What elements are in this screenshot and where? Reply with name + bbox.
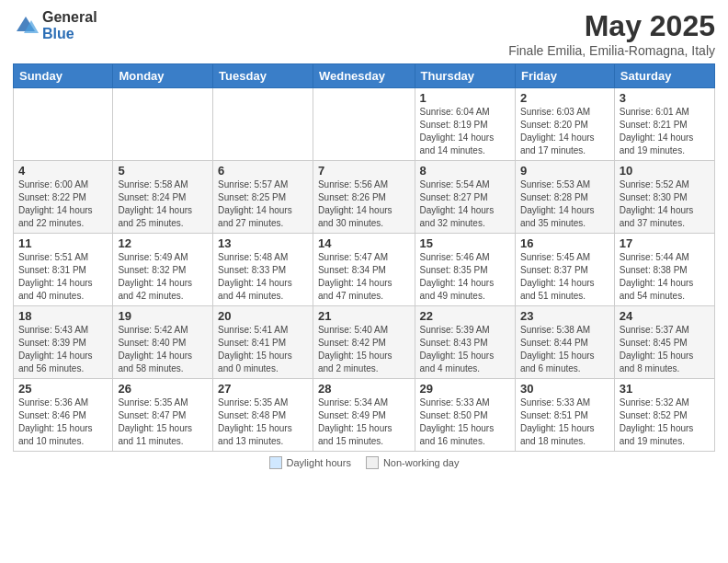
calendar-header-tuesday: Tuesday [213, 64, 313, 88]
calendar-cell: 7Sunrise: 5:56 AM Sunset: 8:26 PM Daylig… [313, 161, 415, 234]
calendar-header-row: SundayMondayTuesdayWednesdayThursdayFrid… [14, 64, 715, 88]
day-number: 13 [218, 236, 308, 250]
day-number: 29 [420, 382, 510, 396]
day-number: 6 [218, 164, 308, 178]
day-number: 20 [218, 309, 308, 323]
legend-daylight-label: Daylight hours [287, 457, 351, 468]
day-info: Sunrise: 5:36 AM Sunset: 8:46 PM Dayligh… [18, 396, 108, 448]
day-info: Sunrise: 5:43 AM Sunset: 8:39 PM Dayligh… [18, 324, 108, 375]
calendar-cell: 2Sunrise: 6:03 AM Sunset: 8:20 PM Daylig… [515, 88, 614, 161]
day-info: Sunrise: 5:45 AM Sunset: 8:37 PM Dayligh… [520, 251, 609, 303]
calendar-week-row-4: 25Sunrise: 5:36 AM Sunset: 8:46 PM Dayli… [14, 379, 715, 452]
day-info: Sunrise: 5:54 AM Sunset: 8:27 PM Dayligh… [420, 178, 510, 230]
calendar-cell: 17Sunrise: 5:44 AM Sunset: 8:38 PM Dayli… [614, 234, 714, 306]
calendar-header-thursday: Thursday [415, 64, 515, 88]
day-number: 1 [420, 91, 510, 105]
calendar-cell: 29Sunrise: 5:33 AM Sunset: 8:50 PM Dayli… [415, 379, 515, 452]
calendar-week-row-3: 18Sunrise: 5:43 AM Sunset: 8:39 PM Dayli… [14, 306, 715, 379]
calendar-cell: 28Sunrise: 5:34 AM Sunset: 8:49 PM Dayli… [313, 379, 415, 452]
day-number: 19 [118, 309, 208, 323]
day-info: Sunrise: 5:46 AM Sunset: 8:35 PM Dayligh… [420, 251, 510, 303]
calendar-cell: 23Sunrise: 5:38 AM Sunset: 8:44 PM Dayli… [515, 306, 614, 379]
footer: Daylight hours Non-working day [13, 456, 715, 469]
calendar-header-saturday: Saturday [614, 64, 714, 88]
legend-nonworking-label: Non-working day [383, 457, 460, 468]
calendar-cell [213, 88, 313, 161]
day-info: Sunrise: 5:37 AM Sunset: 8:45 PM Dayligh… [620, 324, 710, 375]
day-number: 9 [520, 164, 609, 178]
calendar-cell: 20Sunrise: 5:41 AM Sunset: 8:41 PM Dayli… [213, 306, 313, 379]
legend-box-daylight [269, 456, 282, 469]
logo-blue-text: Blue [42, 26, 97, 42]
day-number: 5 [118, 164, 208, 178]
day-info: Sunrise: 5:38 AM Sunset: 8:44 PM Dayligh… [520, 324, 609, 375]
day-info: Sunrise: 5:57 AM Sunset: 8:25 PM Dayligh… [218, 178, 308, 230]
calendar-cell: 8Sunrise: 5:54 AM Sunset: 8:27 PM Daylig… [415, 161, 515, 234]
calendar: SundayMondayTuesdayWednesdayThursdayFrid… [13, 63, 715, 452]
day-number: 27 [218, 382, 308, 396]
day-info: Sunrise: 5:52 AM Sunset: 8:30 PM Dayligh… [620, 178, 710, 230]
day-number: 4 [18, 164, 108, 178]
day-number: 26 [118, 382, 208, 396]
calendar-cell: 26Sunrise: 5:35 AM Sunset: 8:47 PM Dayli… [113, 379, 213, 452]
title-block: May 2025 Finale Emilia, Emilia-Romagna, … [508, 9, 715, 58]
day-info: Sunrise: 6:04 AM Sunset: 8:19 PM Dayligh… [420, 106, 510, 157]
day-number: 25 [18, 382, 108, 396]
calendar-header-friday: Friday [515, 64, 614, 88]
calendar-cell [313, 88, 415, 161]
day-number: 23 [520, 309, 609, 323]
calendar-header-sunday: Sunday [14, 64, 113, 88]
month-title: May 2025 [508, 9, 715, 43]
day-number: 15 [420, 236, 510, 250]
day-number: 16 [520, 236, 609, 250]
calendar-cell: 1Sunrise: 6:04 AM Sunset: 8:19 PM Daylig… [415, 88, 515, 161]
header: General Blue May 2025 Finale Emilia, Emi… [13, 9, 715, 58]
day-info: Sunrise: 5:51 AM Sunset: 8:31 PM Dayligh… [18, 251, 108, 303]
day-info: Sunrise: 5:58 AM Sunset: 8:24 PM Dayligh… [118, 178, 208, 230]
day-info: Sunrise: 6:03 AM Sunset: 8:20 PM Dayligh… [520, 106, 609, 157]
calendar-cell: 4Sunrise: 6:00 AM Sunset: 8:22 PM Daylig… [14, 161, 113, 234]
day-info: Sunrise: 5:48 AM Sunset: 8:33 PM Dayligh… [218, 251, 308, 303]
day-number: 12 [118, 236, 208, 250]
day-info: Sunrise: 5:56 AM Sunset: 8:26 PM Dayligh… [318, 178, 410, 230]
calendar-cell: 25Sunrise: 5:36 AM Sunset: 8:46 PM Dayli… [14, 379, 113, 452]
calendar-cell: 22Sunrise: 5:39 AM Sunset: 8:43 PM Dayli… [415, 306, 515, 379]
calendar-cell: 5Sunrise: 5:58 AM Sunset: 8:24 PM Daylig… [113, 161, 213, 234]
calendar-cell [113, 88, 213, 161]
day-info: Sunrise: 5:33 AM Sunset: 8:51 PM Dayligh… [520, 396, 609, 448]
day-number: 10 [620, 164, 710, 178]
day-number: 17 [620, 236, 710, 250]
calendar-cell: 13Sunrise: 5:48 AM Sunset: 8:33 PM Dayli… [213, 234, 313, 306]
logo: General Blue [13, 9, 97, 41]
day-number: 31 [620, 382, 710, 396]
day-number: 7 [318, 164, 410, 178]
day-info: Sunrise: 5:35 AM Sunset: 8:48 PM Dayligh… [218, 396, 308, 448]
calendar-cell: 6Sunrise: 5:57 AM Sunset: 8:25 PM Daylig… [213, 161, 313, 234]
calendar-week-row-1: 4Sunrise: 6:00 AM Sunset: 8:22 PM Daylig… [14, 161, 715, 234]
calendar-cell: 12Sunrise: 5:49 AM Sunset: 8:32 PM Dayli… [113, 234, 213, 306]
day-info: Sunrise: 5:42 AM Sunset: 8:40 PM Dayligh… [118, 324, 208, 375]
day-info: Sunrise: 6:00 AM Sunset: 8:22 PM Dayligh… [18, 178, 108, 230]
day-info: Sunrise: 5:41 AM Sunset: 8:41 PM Dayligh… [218, 324, 308, 375]
day-number: 18 [18, 309, 108, 323]
calendar-cell: 11Sunrise: 5:51 AM Sunset: 8:31 PM Dayli… [14, 234, 113, 306]
day-info: Sunrise: 5:44 AM Sunset: 8:38 PM Dayligh… [620, 251, 710, 303]
day-info: Sunrise: 5:49 AM Sunset: 8:32 PM Dayligh… [118, 251, 208, 303]
page: General Blue May 2025 Finale Emilia, Emi… [0, 0, 728, 563]
calendar-cell: 16Sunrise: 5:45 AM Sunset: 8:37 PM Dayli… [515, 234, 614, 306]
calendar-cell: 10Sunrise: 5:52 AM Sunset: 8:30 PM Dayli… [614, 161, 714, 234]
calendar-header-monday: Monday [113, 64, 213, 88]
day-info: Sunrise: 6:01 AM Sunset: 8:21 PM Dayligh… [620, 106, 710, 157]
calendar-header-wednesday: Wednesday [313, 64, 415, 88]
day-info: Sunrise: 5:39 AM Sunset: 8:43 PM Dayligh… [420, 324, 510, 375]
day-info: Sunrise: 5:34 AM Sunset: 8:49 PM Dayligh… [318, 396, 410, 448]
calendar-cell: 24Sunrise: 5:37 AM Sunset: 8:45 PM Dayli… [614, 306, 714, 379]
logo-general-text: General [42, 9, 97, 26]
day-info: Sunrise: 5:35 AM Sunset: 8:47 PM Dayligh… [118, 396, 208, 448]
calendar-cell: 15Sunrise: 5:46 AM Sunset: 8:35 PM Dayli… [415, 234, 515, 306]
calendar-cell: 27Sunrise: 5:35 AM Sunset: 8:48 PM Dayli… [213, 379, 313, 452]
day-info: Sunrise: 5:47 AM Sunset: 8:34 PM Dayligh… [318, 251, 410, 303]
calendar-cell: 9Sunrise: 5:53 AM Sunset: 8:28 PM Daylig… [515, 161, 614, 234]
calendar-cell: 14Sunrise: 5:47 AM Sunset: 8:34 PM Dayli… [313, 234, 415, 306]
day-info: Sunrise: 5:40 AM Sunset: 8:42 PM Dayligh… [318, 324, 410, 375]
